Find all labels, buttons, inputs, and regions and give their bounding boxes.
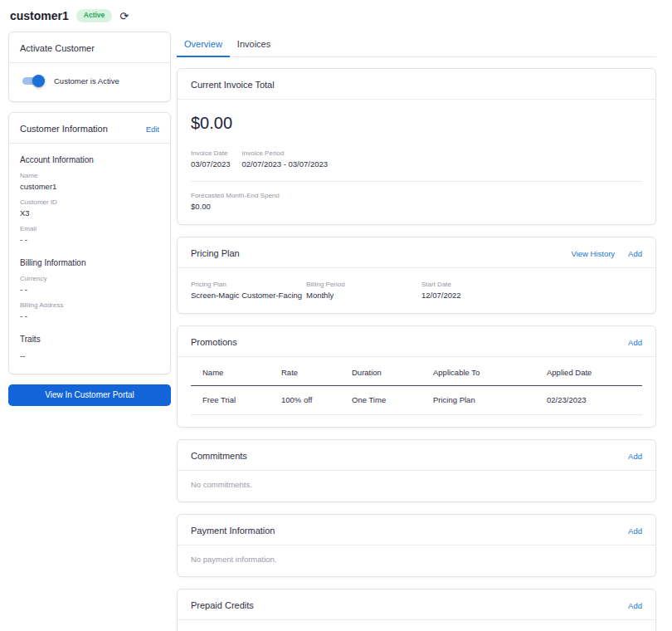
column-header: Rate [270, 357, 340, 386]
promotions-card: Promotions Add Name Rate Duration [177, 325, 656, 428]
cell-applied-date: 02/23/2023 [535, 386, 642, 415]
prepaid-card-head: Prepaid Credits Add [178, 589, 655, 620]
cell-applicable-to: Pricing Plan [421, 386, 535, 415]
field-value: 02/07/2023 - 03/07/2023 [242, 159, 329, 169]
payment-card-head: Payment Information Add [178, 515, 655, 545]
toggle-row: Customer is Active [9, 63, 170, 101]
current-invoice-card: Current Invoice Total $0.00 Invoice Date… [177, 68, 656, 225]
history-icon[interactable]: ⟳ [119, 11, 129, 22]
field-value: $0.00 [191, 202, 642, 211]
field-label: Pricing Plan [191, 281, 306, 288]
payment-empty-text: No payment information. [178, 545, 655, 576]
info-card-head: Customer Information Edit [9, 113, 170, 144]
pricing-card-head: Pricing Plan View History Add [178, 237, 655, 268]
field-billing-address: Billing Address - - [20, 301, 159, 320]
customer-active-toggle[interactable] [20, 75, 45, 87]
payment-card-title: Payment Information [191, 526, 275, 536]
field-customer-id: Customer ID X3 [20, 198, 159, 218]
field-pricing-plan: Pricing Plan Screen-Magic Customer-Facin… [191, 281, 306, 300]
main-layout: Activate Customer Customer is Active Cus… [8, 32, 656, 631]
invoice-card-title: Current Invoice Total [191, 80, 275, 90]
status-badge: Active [76, 9, 113, 22]
toggle-knob [32, 75, 45, 87]
activate-customer-card: Activate Customer Customer is Active [8, 32, 171, 102]
table-row: Free Trial 100% off One Time Pricing Pla… [191, 386, 642, 415]
invoice-total-amount: $0.00 [191, 114, 642, 133]
field-name: Name customer1 [20, 172, 159, 191]
customer-info-card: Customer Information Edit Account Inform… [8, 112, 171, 374]
field-value: 03/07/2023 [191, 159, 231, 169]
field-value: Screen-Magic Customer-Facing [191, 291, 306, 300]
main-content: Overview Invoices Current Invoice Total … [177, 32, 656, 631]
view-customer-portal-button[interactable]: View In Customer Portal [8, 384, 171, 406]
field-value: X3 [20, 208, 159, 218]
invoice-card-head: Current Invoice Total [178, 69, 655, 100]
field-value: - - [20, 311, 159, 320]
promotions-table-wrap: Name Rate Duration Applicable To Applied… [178, 357, 655, 427]
payment-add-link[interactable]: Add [628, 526, 642, 536]
field-label: Billing Address [20, 301, 159, 309]
field-label: Forecasted Month-End Spend [191, 192, 642, 199]
traits-heading: Traits [20, 335, 159, 344]
promotions-card-title: Promotions [191, 337, 237, 347]
column-header: Name [191, 357, 270, 386]
commitments-card-head: Commitments Add [178, 440, 655, 471]
field-value: 12/07/2022 [421, 291, 461, 300]
customer-title: customer1 [10, 9, 69, 22]
pricing-card-title: Pricing Plan [191, 248, 240, 258]
field-label: Customer ID [20, 198, 159, 206]
tab-invoices[interactable]: Invoices [230, 32, 278, 57]
field-label: Start Date [421, 281, 461, 288]
table-header-row: Name Rate Duration Applicable To Applied… [191, 357, 642, 386]
account-info-heading: Account Information [20, 155, 159, 164]
field-traits: -- [20, 351, 159, 360]
cell-duration: One Time [340, 386, 421, 415]
promotions-add-link[interactable]: Add [628, 338, 642, 347]
promotions-table: Name Rate Duration Applicable To Applied… [191, 357, 642, 415]
info-card-title: Customer Information [20, 124, 108, 134]
invoice-card-body: $0.00 Invoice Date 03/07/2023 Invoice Pe… [178, 100, 655, 224]
field-forecast: Forecasted Month-End Spend $0.00 [191, 192, 642, 211]
field-label: Name [20, 172, 159, 179]
prepaid-card-title: Prepaid Credits [191, 600, 254, 610]
field-currency: Currency - - [20, 275, 159, 294]
pricing-add-link[interactable]: Add [628, 249, 642, 258]
pricing-plan-card: Pricing Plan View History Add Pricing Pl… [177, 237, 656, 314]
field-value: -- [20, 351, 159, 360]
field-invoice-date: Invoice Date 03/07/2023 [191, 149, 231, 169]
billing-info-heading: Billing Information [20, 258, 159, 267]
field-value: Monthly [306, 291, 421, 300]
prepaid-add-link[interactable]: Add [628, 601, 642, 610]
prepaid-empty-text: No prepaid cards. [178, 620, 655, 631]
tab-bar: Overview Invoices [177, 32, 656, 57]
field-value: - - [20, 235, 159, 244]
page: customer1 Active ⟳ Activate Customer Cus… [0, 0, 672, 631]
field-label: Invoice Date [191, 149, 231, 157]
info-card-body: Account Information Name customer1 Custo… [9, 144, 170, 374]
column-header: Applied Date [535, 357, 642, 386]
field-value: - - [20, 285, 159, 294]
field-label: Email [20, 225, 159, 232]
pricing-card-body: Pricing Plan Screen-Magic Customer-Facin… [178, 268, 655, 313]
column-header: Applicable To [421, 357, 535, 386]
column-header: Duration [340, 357, 421, 386]
cell-name: Free Trial [191, 386, 270, 415]
tab-overview[interactable]: Overview [177, 32, 230, 57]
pricing-card-actions: View History Add [571, 249, 642, 258]
promotions-card-head: Promotions Add [178, 326, 655, 357]
commitments-empty-text: No commitments. [178, 471, 655, 501]
field-billing-period: Billing Period Monthly [306, 281, 421, 300]
payment-info-card: Payment Information Add No payment infor… [177, 514, 656, 577]
divider [191, 181, 642, 182]
field-invoice-period: Invoice Period 02/07/2023 - 03/07/2023 [242, 149, 329, 169]
field-label: Billing Period [306, 281, 421, 288]
commitments-add-link[interactable]: Add [628, 452, 642, 461]
invoice-fields-row: Invoice Date 03/07/2023 Invoice Period 0… [191, 149, 642, 169]
sidebar: Activate Customer Customer is Active Cus… [8, 32, 171, 406]
field-label: Currency [20, 275, 159, 282]
field-label: Invoice Period [242, 149, 329, 157]
commitments-card: Commitments Add No commitments. [177, 439, 656, 502]
commitments-card-title: Commitments [191, 451, 247, 461]
view-history-link[interactable]: View History [571, 249, 615, 258]
edit-link[interactable]: Edit [146, 125, 159, 134]
